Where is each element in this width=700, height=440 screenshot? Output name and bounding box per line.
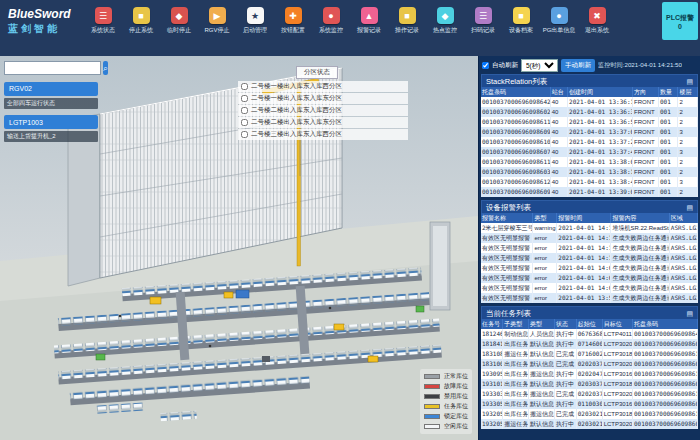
table-row[interactable]: 2米七层穿梭车三号巷道故障warning2021-04-01 14:17:52堆… xyxy=(481,223,698,233)
warehouse-viewport[interactable]: ⌕ RGV02全部四车运行状态LGTP1003输送上货提升机_2 分区状态 二号… xyxy=(0,56,478,440)
toolbar-item-2[interactable]: ■停止系统 xyxy=(122,7,160,35)
table-row[interactable]: 1931017出库任务默认信息执行中0203037LCTP30180010037… xyxy=(481,379,698,389)
table-cell: 2米七层穿梭车三号巷道故障 xyxy=(481,223,533,233)
table-cell: error xyxy=(533,293,557,303)
table-row[interactable]: 1831005出库任务默认信息已完成0202037LCTP30200010037… xyxy=(481,359,698,369)
toolbar-item-7[interactable]: ●系统监控 xyxy=(312,7,350,35)
current-task-block: 当前任务列表 ▤ 任务号子类型类型状态起始位目标位托盘条码1812464制动信息… xyxy=(481,306,698,429)
partition-option-1[interactable]: 二号楼一楼出入库东入库西分区 xyxy=(238,81,408,92)
table-menu-icon[interactable]: ▤ xyxy=(686,307,693,320)
device-button-rgv02[interactable]: RGV02 xyxy=(4,82,98,96)
table-row[interactable]: 1933059出库任务默认信息执行中0110030LCTP30160010037… xyxy=(481,399,698,409)
toolbar-item-12[interactable]: ■设备档案 xyxy=(502,7,540,35)
stack-relation-block: StackRelation列表 ▤ 托盘条码站台创建时间方向数量楼层001003… xyxy=(481,74,698,197)
table-cell: 有效区无明显报警 xyxy=(481,243,533,253)
table-cell: 2021-04-01 14:17:52 xyxy=(557,223,611,233)
table-cell: error xyxy=(533,283,557,293)
partition-checkbox[interactable] xyxy=(241,95,248,102)
partition-option-4[interactable]: 二号楼二楼出入库东入库东分区 xyxy=(238,117,408,128)
table-menu-icon[interactable]: ▤ xyxy=(686,201,693,214)
data-panel: 自动刷新 5(秒) 手动刷新 监控时间:2021-04-01 14:21:50 … xyxy=(478,56,700,440)
table-row[interactable]: 001003700069609860311402021-04-01 13:38:… xyxy=(481,167,698,177)
table-row[interactable]: 1933035出库任务搬运信息已完成0202037LCTP30200010037… xyxy=(481,389,698,399)
table-row[interactable]: 有效区无明显报警error2021-04-01 14:14:21生成失败两边任务… xyxy=(481,243,698,253)
manual-refresh-button[interactable]: 手动刷新 xyxy=(561,59,595,72)
partition-checkbox[interactable] xyxy=(241,131,248,138)
table-cell: 默认信息 xyxy=(529,339,555,349)
toolbar-item-6[interactable]: ✚按钮配置 xyxy=(274,7,312,35)
partition-option-3[interactable]: 二号楼二楼出入库东入库西分区 xyxy=(238,105,408,116)
table-row[interactable]: 001003700069609861125402021-04-01 13:38:… xyxy=(481,157,698,167)
table-cell: 2 xyxy=(678,107,698,117)
table-row[interactable]: 001003700069609860982402021-04-01 13:37:… xyxy=(481,127,698,137)
legend-swatch xyxy=(424,414,440,419)
partition-checkbox[interactable] xyxy=(241,107,248,114)
task-table: 任务号子类型类型状态起始位目标位托盘条码1812464制动信息人员信息执行中06… xyxy=(481,319,698,429)
table-cell: 1831081 xyxy=(481,349,503,359)
partition-title: 分区状态 xyxy=(296,66,338,79)
table-cell: LCTP4011 xyxy=(602,329,632,339)
table-cell: 执行中 xyxy=(555,339,577,349)
table-cell: 2021-04-01 13:39:02 xyxy=(568,187,633,197)
table-cell: 001003700069609861208 xyxy=(632,409,697,419)
table-row[interactable]: 有效区无明显报警error2021-04-01 14:16:32生成失败两边任务… xyxy=(481,233,698,243)
device-search-input[interactable] xyxy=(4,61,101,75)
table-cell: ASRS.LG2 xyxy=(669,243,697,253)
refresh-period-select[interactable]: 5(秒) xyxy=(521,59,558,72)
toolbar-item-3[interactable]: ◆临时停止 xyxy=(160,7,198,35)
table-cell: 生成失败两边任务通道 xyxy=(611,293,669,303)
table-row[interactable]: 1930958出库任务搬运信息执行中0202047LCTP30160010037… xyxy=(481,369,698,379)
table-row[interactable]: 001003700069609860977402021-04-01 13:39:… xyxy=(481,187,698,197)
partition-option-5[interactable]: 二号楼三楼出入库东入库西分区 xyxy=(238,129,408,140)
table-row[interactable]: 有效区无明显报警error2021-04-01 14:04:43生成失败两边任务… xyxy=(481,273,698,283)
toolbar-item-9[interactable]: ■操作记录 xyxy=(388,7,426,35)
table-menu-icon[interactable]: ▤ xyxy=(686,75,693,88)
table-row[interactable]: 001003700069609860218402021-04-01 13:36:… xyxy=(481,107,698,117)
legend-item: 锁定库位 xyxy=(424,412,468,421)
toolbar-item-4[interactable]: ▶RGV停止 xyxy=(198,7,236,35)
table-cell: ASRS.LG2 xyxy=(669,283,697,293)
column-header: 数量 xyxy=(658,87,677,97)
partition-option-2[interactable]: 二号楼一楼出入库东入库东分区 xyxy=(238,93,408,104)
toolbar-item-label: 扫码记录 xyxy=(471,26,495,35)
button-config-icon: ✚ xyxy=(285,7,302,24)
plc-alarm-badge[interactable]: PLC报警 0 xyxy=(662,2,698,40)
toolbar-item-5[interactable]: ★启动管理 xyxy=(236,7,274,35)
table-row[interactable]: 有效区无明显报警error2021-04-01 14:10:58生成失败两边任务… xyxy=(481,253,698,263)
toolbar-item-10[interactable]: ◆热点监控 xyxy=(426,7,464,35)
table-cell: ASRS.LG2 xyxy=(669,233,697,243)
toolbar-item-8[interactable]: ▲报警记录 xyxy=(350,7,388,35)
table-cell: 1818417 xyxy=(481,339,503,349)
device-button-lgtp1003[interactable]: LGTP1003 xyxy=(4,115,98,129)
search-icon[interactable]: ⌕ xyxy=(103,61,108,75)
table-cell: 生成失败两边任务通道 xyxy=(611,233,669,243)
table-row[interactable]: 001003700069609861147402021-04-01 13:36:… xyxy=(481,117,698,127)
toolbar-item-13[interactable]: ●PG出单信息 xyxy=(540,7,578,35)
table-row[interactable]: 001003700069609861033402021-04-01 13:37:… xyxy=(481,137,698,147)
table-cell: 3 xyxy=(678,147,698,157)
table-row[interactable]: 001003700069609861208402021-04-01 13:38:… xyxy=(481,177,698,187)
table-row[interactable]: 1932058搬运任务默认信息执行中0203021LCTP30200010037… xyxy=(481,419,698,429)
table-row[interactable]: 001003700069609864258402021-04-01 13:36:… xyxy=(481,97,698,107)
table-row[interactable]: 1818417出库任务默认信息执行中0714600LCTP30200010037… xyxy=(481,339,698,349)
table-cell: 1812464 xyxy=(481,329,503,339)
toolbar-item-11[interactable]: ☰扫码记录 xyxy=(464,7,502,35)
table-row[interactable]: 1812464制动信息人员信息执行中0676368LCTP40110010037… xyxy=(481,329,698,339)
status-legend: 正常库位故障库位禁用库位任务库位锁定库位空闲库位 xyxy=(420,369,472,434)
table-row[interactable]: 有效区无明显报警error2021-04-01 13:58:37生成失败两边任务… xyxy=(481,293,698,303)
table-row[interactable]: 1932050出库任务搬运信息已完成0203021LCTP30180010037… xyxy=(481,409,698,419)
toolbar-item-label: PG出单信息 xyxy=(543,26,576,35)
column-header: 起始位 xyxy=(576,319,602,329)
partition-checkbox[interactable] xyxy=(241,83,248,90)
table-row[interactable]: 001003700069609860764402021-04-01 13:37:… xyxy=(481,147,698,157)
toolbar-item-label: RGV停止 xyxy=(204,26,229,35)
toolbar-item-14[interactable]: ✖退出系统 xyxy=(578,7,616,35)
partition-label: 二号楼一楼出入库东入库东分区 xyxy=(251,94,342,103)
auto-refresh-checkbox[interactable] xyxy=(482,62,489,69)
toolbar-item-1[interactable]: ☰系统状态 xyxy=(84,7,122,35)
partition-checkbox[interactable] xyxy=(241,119,248,126)
table-row[interactable]: 1831081搬运任务默认信息已完成0716002LCTP30180010037… xyxy=(481,349,698,359)
table-row[interactable]: 有效区无明显报警error2021-04-01 14:07:16生成失败两边任务… xyxy=(481,263,698,273)
table-row[interactable]: 有效区无明显报警error2021-04-01 14:01:22生成失败两边任务… xyxy=(481,283,698,293)
table-cell: FRONT xyxy=(633,127,659,137)
